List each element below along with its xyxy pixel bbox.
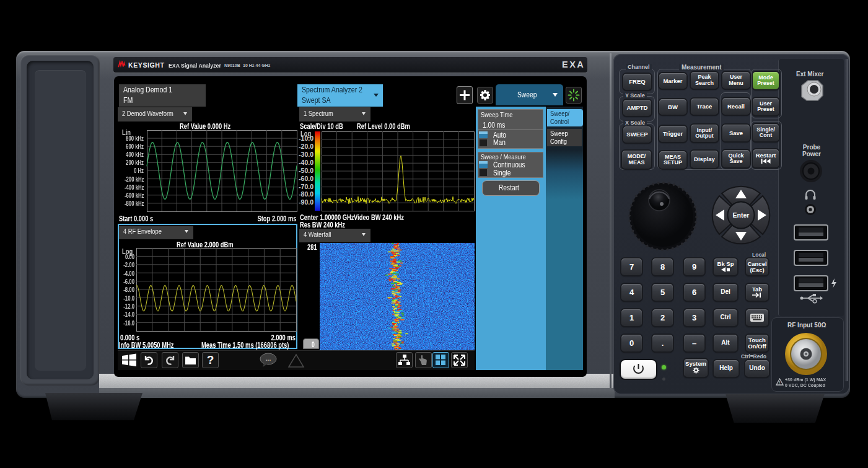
svg-text:!: !	[779, 381, 780, 385]
svg-text:Enter: Enter	[733, 211, 750, 219]
svg-text:...: ...	[266, 355, 271, 362]
